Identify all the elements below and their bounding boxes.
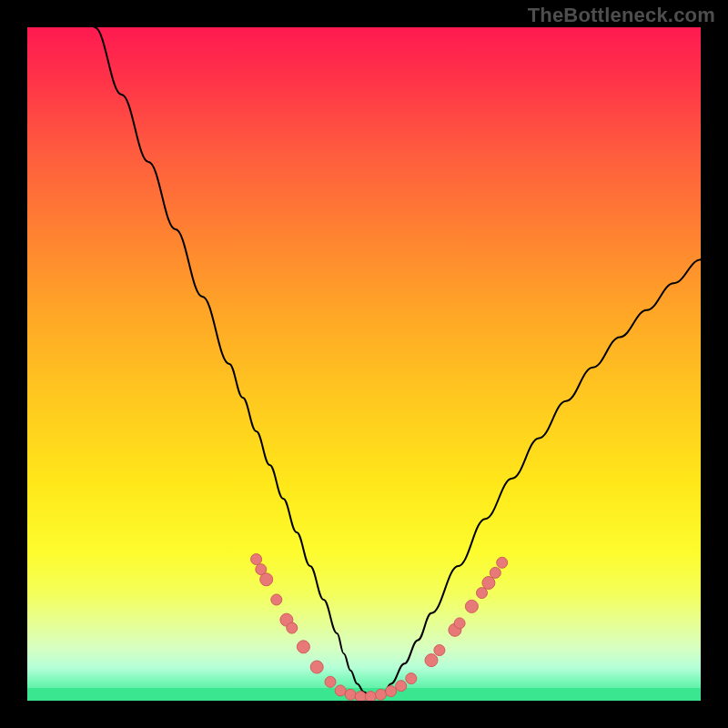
marker-dot bbox=[434, 645, 445, 656]
marker-dot bbox=[287, 622, 298, 633]
marker-dot bbox=[396, 681, 407, 692]
marker-dot bbox=[477, 588, 488, 599]
marker-dot bbox=[355, 692, 366, 701]
marker-dot bbox=[260, 573, 273, 586]
marker-dot bbox=[376, 689, 387, 700]
marker-dot bbox=[365, 692, 376, 701]
marker-dot bbox=[497, 557, 508, 568]
marker-dot bbox=[297, 641, 309, 653]
marker-dot bbox=[325, 676, 336, 687]
chart-frame: TheBottleneck.com bbox=[0, 0, 728, 728]
marker-dot bbox=[251, 554, 262, 565]
marker-dot bbox=[454, 618, 465, 629]
marker-dot bbox=[482, 577, 495, 590]
marker-dot bbox=[345, 689, 356, 700]
chart-svg bbox=[27, 27, 701, 701]
bottleneck-curve bbox=[95, 27, 701, 697]
marker-dot bbox=[490, 567, 500, 578]
marker-dot bbox=[335, 685, 346, 696]
marker-dot bbox=[386, 686, 397, 697]
marker-dots bbox=[251, 554, 508, 701]
marker-dot bbox=[271, 594, 282, 605]
marker-dot bbox=[310, 661, 323, 673]
marker-dot bbox=[406, 673, 417, 684]
marker-dot bbox=[465, 600, 478, 612]
marker-dot bbox=[425, 654, 438, 667]
plot-area bbox=[27, 27, 701, 701]
watermark-text: TheBottleneck.com bbox=[528, 4, 715, 27]
